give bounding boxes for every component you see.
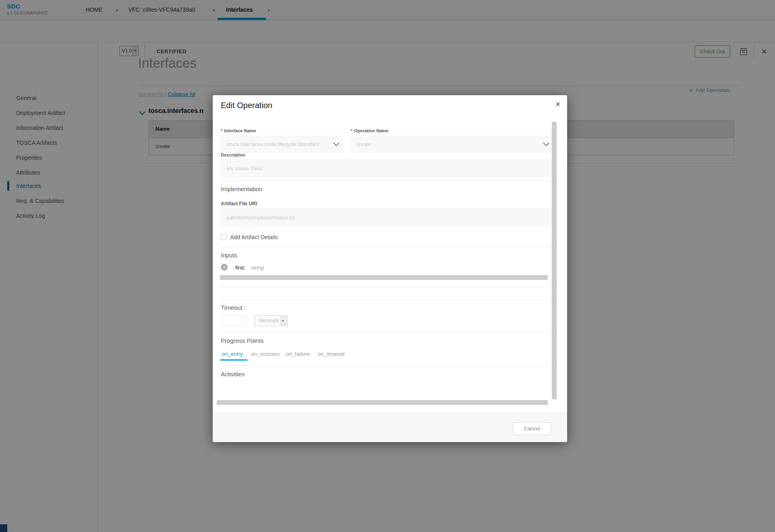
input-param-name: first: xyxy=(235,265,245,271)
divider xyxy=(221,181,560,181)
divider xyxy=(221,247,560,248)
tab-on-failure[interactable]: on_failure xyxy=(286,351,310,357)
edit-operation-modal: Edit Operation ✕ *Interface Name tosca.i… xyxy=(213,95,567,442)
divider xyxy=(221,300,560,300)
description-input[interactable] xyxy=(221,159,552,177)
timeout-heading: Timeout : xyxy=(221,304,246,311)
modal-vertical-scrollbar[interactable] xyxy=(552,122,557,399)
timeout-unit-value: Seconds xyxy=(258,317,279,323)
cancel-button[interactable]: Cancel xyxy=(513,422,551,435)
divider xyxy=(221,365,560,366)
add-input-icon[interactable]: + xyxy=(221,264,228,271)
interface-name-select: tosca.interfaces.node.lifecycle.Standard xyxy=(221,136,344,153)
add-artifact-details-checkbox[interactable] xyxy=(221,234,227,240)
activities-heading: Activities xyxy=(221,371,245,378)
spinner-up-icon[interactable]: ⌃ xyxy=(241,317,244,319)
inputs-horizontal-scrollbar[interactable] xyxy=(220,275,548,280)
artifact-file-uri-input[interactable] xyxy=(221,208,552,227)
tab-on-entry[interactable]: on_entry xyxy=(222,351,243,357)
modal-horizontal-scrollbar[interactable] xyxy=(217,400,548,405)
modal-title: Edit Operation xyxy=(221,101,272,110)
artifact-file-uri-label: Artifact File URI xyxy=(221,201,257,207)
tab-on-success[interactable]: on_success xyxy=(251,351,280,357)
required-asterisk: * xyxy=(351,128,352,133)
modal-footer: Cancel xyxy=(213,412,567,442)
inputs-heading: Inputs xyxy=(221,252,237,259)
chevron-down-icon xyxy=(333,142,339,146)
modal-close-icon[interactable]: ✕ xyxy=(555,100,561,108)
dropdown-arrow-icon xyxy=(281,316,287,325)
active-tab-underline xyxy=(220,359,247,361)
app-root: SDC v.1.16.0-SNAPSHOT HOME ▸ VFC: ciRes-… xyxy=(0,0,775,532)
interface-name-label: *Interface Name xyxy=(221,128,256,133)
add-artifact-details-label: Add Artifact Details xyxy=(230,234,278,240)
progress-points-heading: Progress Points xyxy=(221,337,264,344)
operation-name-label: *Operation Name xyxy=(351,128,388,133)
required-asterisk: * xyxy=(221,128,222,133)
implementation-heading: Implementation xyxy=(221,186,262,192)
input-param-type: string xyxy=(251,265,264,271)
spinner-down-icon[interactable]: ⌄ xyxy=(241,321,244,323)
timeout-unit-select[interactable]: Seconds xyxy=(255,315,288,326)
divider xyxy=(221,287,560,288)
divider xyxy=(221,332,560,333)
tab-on-timeout[interactable]: on_timeout xyxy=(318,351,345,357)
description-label: Description xyxy=(221,152,245,157)
operation-name-select: create xyxy=(351,136,552,153)
chevron-down-icon xyxy=(543,142,549,146)
